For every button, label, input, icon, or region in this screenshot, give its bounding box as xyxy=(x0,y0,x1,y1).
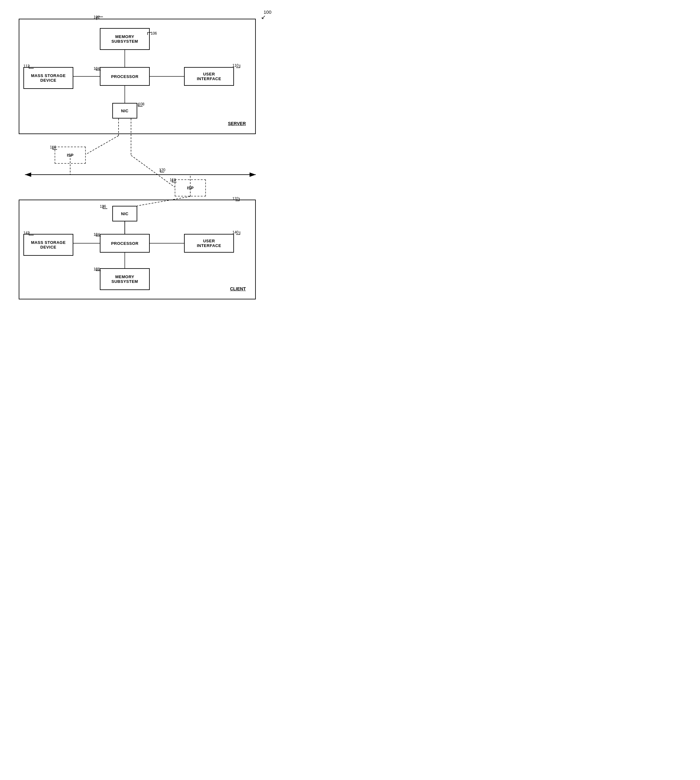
client-nic-box: NIC xyxy=(112,206,137,222)
isp-right-box: ISP xyxy=(175,179,206,197)
ref-132-bracket xyxy=(235,197,248,202)
ref-110-bracket xyxy=(236,63,248,69)
ref-106-bracket xyxy=(145,31,158,36)
svg-marker-9 xyxy=(25,172,31,177)
isp-left-box: ISP xyxy=(55,147,86,164)
client-ui-box: USERINTERFACE xyxy=(184,234,234,253)
server-mass-label: MASS STORAGEDEVICE xyxy=(31,73,65,83)
ref-134-bracket xyxy=(87,232,101,237)
ref-118-bracket xyxy=(165,178,177,183)
server-processor-label: PROCESSOR xyxy=(111,74,138,79)
ref-108-bracket xyxy=(136,102,147,108)
ref-142-bracket xyxy=(23,231,35,237)
ref-140-bracket xyxy=(236,230,248,236)
client-ui-label: USERINTERFACE xyxy=(197,238,221,248)
svg-line-5 xyxy=(86,136,118,154)
client-memory-label: MEMORYSUBSYSTEM xyxy=(112,275,138,284)
server-mass-box: MASS STORAGEDEVICE xyxy=(23,67,73,89)
server-ui-label: USERINTERFACE xyxy=(197,72,221,81)
client-processor-label: PROCESSOR xyxy=(111,241,138,246)
server-processor-box: PROCESSOR xyxy=(100,67,150,86)
client-label: CLIENT xyxy=(230,286,246,291)
client-nic-label: NIC xyxy=(121,212,128,216)
ref-116-bracket xyxy=(45,145,58,151)
ref-102-bracket xyxy=(87,15,106,21)
server-memory-label: MEMORYSUBSYSTEM xyxy=(112,34,138,44)
client-mass-label: MASS STORAGEDEVICE xyxy=(31,240,65,250)
client-processor-box: PROCESSOR xyxy=(100,234,150,253)
isp-left-label: ISP xyxy=(67,153,73,157)
server-memory-box: MEMORYSUBSYSTEM xyxy=(100,28,150,50)
fig-arrow: ↙ xyxy=(261,14,266,21)
client-memory-box: MEMORYSUBSYSTEM xyxy=(100,268,150,290)
server-nic-label: NIC xyxy=(121,108,128,113)
client-mass-box: MASS STORAGEDEVICE xyxy=(23,234,73,256)
ref-112-bracket xyxy=(23,64,35,70)
ref-138-bracket xyxy=(87,267,101,272)
diagram: 100 ↙ 102 SERVER MEMORYSUBSYSTEM 106 PRO… xyxy=(6,6,275,306)
server-nic-box: NIC xyxy=(112,103,137,118)
ref-104-bracket xyxy=(87,67,101,71)
ref-120-bracket xyxy=(154,168,165,173)
isp-right-label: ISP xyxy=(187,185,194,190)
server-label: SERVER xyxy=(228,121,246,126)
ref-136-bracket xyxy=(93,204,108,210)
server-ui-box: USERINTERFACE xyxy=(184,67,234,86)
svg-marker-10 xyxy=(250,172,256,177)
